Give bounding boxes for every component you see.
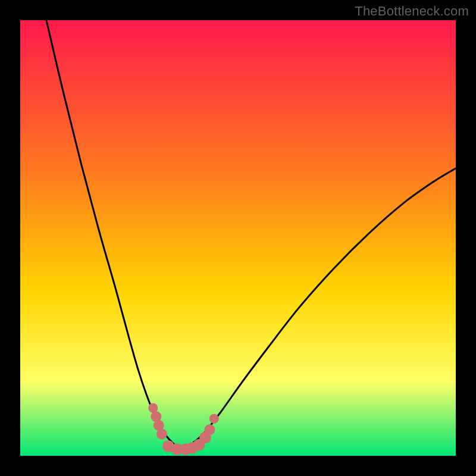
data-marker xyxy=(204,424,215,435)
data-marker xyxy=(209,414,219,424)
plot-background xyxy=(20,20,456,456)
watermark-text: TheBottleneck.com xyxy=(355,4,469,19)
chart-container: { "watermark": "TheBottleneck.com", "col… xyxy=(0,0,476,476)
data-marker xyxy=(156,428,167,439)
data-marker xyxy=(148,403,158,412)
bottleneck-chart xyxy=(0,0,476,476)
